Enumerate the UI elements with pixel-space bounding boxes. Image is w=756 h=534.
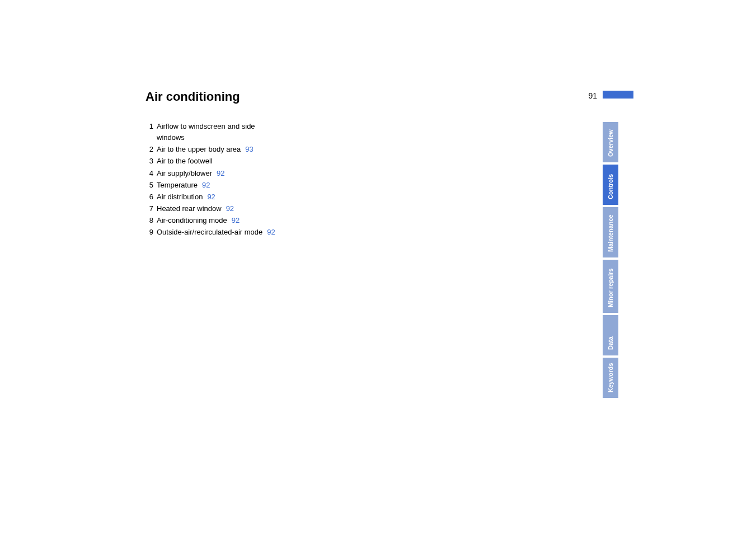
page-reference-link[interactable]: 93: [245, 145, 253, 153]
tab-minor-repairs[interactable]: Minor repairs: [603, 260, 618, 313]
page-reference-link[interactable]: 92: [217, 169, 224, 177]
list-number: 1: [145, 121, 153, 132]
list-item: 2 Air to the upper body area93: [145, 144, 459, 155]
page-reference-link[interactable]: 92: [267, 228, 275, 236]
list-item: 5 Temperature92: [145, 180, 459, 191]
list-text: Air supply/blower92: [157, 168, 459, 179]
tab-data[interactable]: Data: [603, 315, 618, 355]
list-item: 6 Air distribution92: [145, 191, 459, 203]
page-reference-link[interactable]: 92: [207, 193, 215, 201]
list-item: 8 Air-conditioning mode92: [145, 215, 459, 226]
list-item: 9 Outside-air/recirculated-air mode92: [145, 227, 459, 238]
list-item: 1 Airflow to windscreen and side windows: [145, 121, 274, 143]
side-tabs: Overview Controls Maintenance Minor repa…: [603, 122, 618, 398]
tab-controls[interactable]: Controls: [603, 165, 618, 205]
list-number: 2: [145, 144, 153, 155]
page-reference-link[interactable]: 92: [202, 181, 210, 189]
page-number: 91: [588, 91, 597, 100]
list-text: Airflow to windscreen and side windows: [157, 121, 274, 143]
page-reference-link[interactable]: 92: [232, 216, 240, 224]
list-number: 8: [145, 215, 153, 226]
list-text: Air distribution92: [157, 191, 459, 203]
list-number: 7: [145, 203, 153, 214]
list-number: 6: [145, 191, 153, 203]
list-text: Temperature92: [157, 180, 459, 191]
page-title: Air conditioning: [145, 90, 459, 104]
list-number: 4: [145, 168, 153, 179]
tab-keywords[interactable]: Keywords: [603, 358, 618, 398]
list-item: 4 Air supply/blower92: [145, 168, 459, 179]
list-text: Air to the upper body area93: [157, 144, 459, 155]
list-text: Air-conditioning mode92: [157, 215, 459, 226]
list-container: 1 Airflow to windscreen and side windows…: [145, 121, 459, 238]
header-bar: [603, 91, 633, 99]
tab-overview[interactable]: Overview: [603, 122, 618, 162]
list-number: 3: [145, 156, 153, 167]
list-text: Heated rear window92: [157, 203, 459, 214]
tab-maintenance[interactable]: Maintenance: [603, 207, 618, 257]
list-item: 3 Air to the footwell: [145, 156, 459, 167]
list-number: 9: [145, 227, 153, 238]
page-reference-link[interactable]: 92: [226, 204, 234, 213]
list-item: 7 Heated rear window92: [145, 203, 459, 214]
page-content: Air conditioning 1 Airflow to windscreen…: [145, 90, 459, 238]
list-text: Outside-air/recirculated-air mode92: [157, 227, 459, 238]
list-number: 5: [145, 180, 153, 191]
list-text: Air to the footwell: [157, 156, 459, 167]
